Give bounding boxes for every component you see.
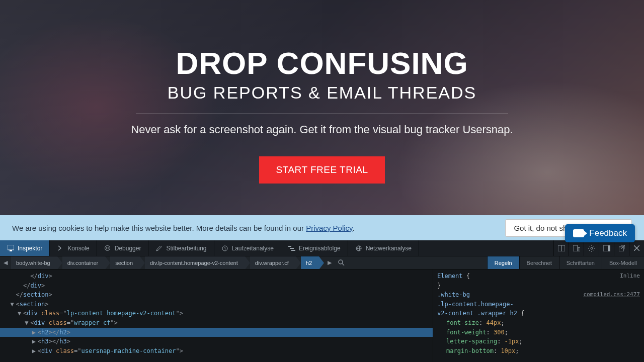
svg-rect-0 [8,245,14,250]
dom-tree-line[interactable]: ▼<div class="lp-content homepage-v2-cont… [0,309,433,318]
dom-tree-line[interactable]: ▼<div class="wrapper cf"> [0,318,433,328]
svg-point-20 [339,260,343,264]
styles-tab-schriftarten[interactable]: Schriftarten [559,256,602,269]
breadcrumb-item[interactable]: h2 [301,256,319,269]
close-devtools-button[interactable] [629,240,644,256]
dock-side-button[interactable] [599,240,614,256]
tab-label: Konsole [67,245,89,252]
svg-rect-8 [291,250,295,251]
cookie-bar: We are using cookies to help make this w… [0,215,644,240]
hero-divider [136,114,508,114]
devtools-tab-debugger[interactable]: Debugger [97,240,149,256]
tab-label: Debugger [115,245,141,252]
start-free-trial-button[interactable]: START FREE TRIAL [259,156,385,184]
feedback-label: Feedback [589,228,627,238]
dom-tree-line[interactable]: ▶<h2></h2> [0,328,433,337]
dom-tree-pane[interactable]: </div> </div> </section> ▼<section> ▼<di… [0,269,433,362]
responsive-view-button[interactable] [569,240,584,256]
styles-tab-bar: RegelnBerechnetSchriftartenBox-Modell [487,256,644,269]
breadcrumb-row: ◀ body.white-bgdiv.containersectiondiv.l… [0,256,644,269]
privacy-policy-link[interactable]: Privacy Policy [306,224,352,232]
split-view-button[interactable] [553,240,569,256]
clock-icon [221,245,228,252]
devtools-body: </div> </div> </section> ▼<section> ▼<di… [0,269,644,362]
cookie-message-text: We are using cookies to help make this w… [12,224,306,232]
svg-rect-3 [107,247,108,249]
breadcrumb-item[interactable]: div.lp-content.homepage-v2-content [145,256,245,269]
cursor-icon [7,245,14,252]
hero-heading: DROP CONFUSING [176,47,468,79]
styles-tab-berechnet[interactable]: Berechnet [519,256,559,269]
dom-tree-line[interactable]: ▶<h3></h3> [0,337,433,346]
tab-label: Laufzeitanalyse [232,245,274,252]
svg-rect-7 [290,248,294,249]
style-declaration[interactable]: letter-spacing: -1px; [437,337,640,346]
chevron-icon [57,245,64,252]
inline-badge: Inline [620,272,640,280]
feedback-widget-button[interactable]: Feedback [565,224,635,242]
devtools-tab-bar: InspektorKonsoleDebuggerStilbearbeitungL… [0,240,644,256]
svg-rect-6 [288,246,291,247]
timeline-icon [288,245,295,252]
popout-button[interactable] [614,240,629,256]
svg-rect-4 [108,247,109,249]
cookie-message-suffix: . [352,224,354,232]
breadcrumb-item[interactable]: div.container [62,256,106,269]
style-declaration[interactable]: font-weight: 300; [437,328,640,337]
pause-icon [104,245,111,252]
devtools-tab-netzwerkanalyse[interactable]: Netzwerkanalyse [348,240,419,256]
styles-pane[interactable]: Element {Inline}compiled.css:2477.white-… [433,269,644,362]
tab-label: Ereignisabfolge [299,245,341,252]
svg-rect-14 [573,245,578,251]
svg-rect-18 [608,245,610,251]
style-rule-element[interactable]: Element {Inline [437,272,640,281]
dom-tree-line[interactable]: ▼<section> [0,300,433,309]
breadcrumb-item[interactable]: div.wrapper.cf [250,256,296,269]
dom-tree-line[interactable]: </div> [0,281,433,291]
svg-line-21 [342,263,344,265]
tab-label: Netzwerkanalyse [366,245,412,252]
svg-point-2 [105,246,110,251]
cookie-message: We are using cookies to help make this w… [12,224,355,232]
breadcrumb-forward-button[interactable]: ▶ [324,256,335,269]
devtools-tab-laufzeitanalyse[interactable]: Laufzeitanalyse [214,240,281,256]
style-rule-selector[interactable]: compiled.css:2477.white-bg [437,290,640,300]
dom-tree-line[interactable]: ▶<div class="usersnap-machine-container"… [0,346,433,356]
dom-tree-line[interactable]: </div> [0,272,433,281]
svg-rect-15 [578,247,580,251]
styles-tab-box-modell[interactable]: Box-Modell [602,256,644,269]
style-declaration[interactable]: margin-bottom: 10px; [437,346,640,356]
dom-tree-line[interactable]: </section> [0,290,433,300]
devtools-tab-inspektor[interactable]: Inspektor [0,240,50,256]
breadcrumb-item[interactable]: body.white-bg [11,256,57,269]
search-button[interactable] [335,256,347,269]
style-declaration[interactable]: font-size: 44px; [437,318,640,328]
breadcrumb-back-button[interactable]: ◀ [0,256,11,269]
hero-subheading: BUG REPORTS & EMAIL THREADS [168,83,477,103]
camera-icon [573,229,584,237]
hero-section: DROP CONFUSING BUG REPORTS & EMAIL THREA… [0,0,644,215]
devtools-tab-stilbearbeitung[interactable]: Stilbearbeitung [148,240,214,256]
devtools-tab-ereignisabfolge[interactable]: Ereignisabfolge [281,240,348,256]
tab-label: Inspektor [18,245,42,252]
svg-rect-1 [10,250,12,251]
breadcrumb-trail: body.white-bgdiv.containersectiondiv.lp-… [11,256,324,269]
network-icon [355,245,362,252]
hero-tagline: Never ask for a screenshot again. Get it… [131,123,513,136]
breadcrumb-item[interactable]: section [110,256,140,269]
style-source-link[interactable]: compiled.css:2477 [583,290,640,299]
devtools-panel: InspektorKonsoleDebuggerStilbearbeitungL… [0,240,644,362]
edit-icon [155,245,163,252]
devtools-tab-konsole[interactable]: Konsole [50,240,97,256]
tab-label: Stilbearbeitung [166,245,206,252]
settings-button[interactable] [584,240,599,256]
styles-tab-regeln[interactable]: Regeln [487,256,519,269]
svg-point-16 [591,247,593,249]
